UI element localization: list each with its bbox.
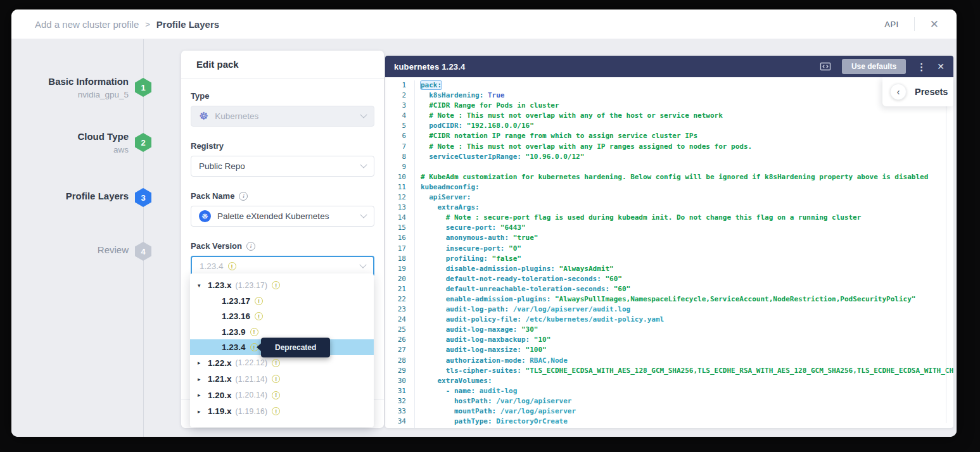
code-line[interactable]: anonymous-auth: "true"	[421, 233, 953, 243]
line-number: 10	[385, 172, 406, 182]
line-number: 25	[385, 325, 406, 335]
warning-icon[interactable]: !	[250, 328, 258, 336]
type-select[interactable]: ☸ Kubernetes	[191, 106, 374, 127]
use-defaults-button[interactable]: Use defaults	[842, 59, 906, 74]
code-line[interactable]: # Note : This must not overlap with any …	[421, 142, 953, 152]
caret-right-icon[interactable]: ▸	[198, 360, 208, 366]
line-number: 6	[385, 131, 406, 141]
warning-icon[interactable]: !	[272, 359, 280, 367]
kebab-menu-icon[interactable]: ⋮	[917, 62, 926, 72]
code-line[interactable]: mountPath: /var/log/apiserver	[421, 406, 953, 417]
version-option-label: 1.23.4	[222, 342, 246, 352]
editor-header: kubernetes 1.23.4 Use defaults ⋮ ✕	[385, 56, 953, 77]
registry-select[interactable]: Public Repo	[191, 156, 374, 177]
registry-value: Public Repo	[199, 161, 245, 171]
caret-right-icon[interactable]: ▸	[198, 408, 208, 415]
code-line[interactable]: # KubeAdm customization for kubernetes h…	[421, 172, 953, 182]
code-line[interactable]: profiling: "false"	[421, 254, 953, 264]
warning-icon[interactable]: !	[272, 375, 280, 383]
caret-right-icon[interactable]: ▸	[198, 392, 208, 398]
version-group-row[interactable]: ▸1.21.x(1.21.14)!	[190, 371, 374, 387]
diff-editor-icon[interactable]	[820, 62, 831, 71]
code-line[interactable]: #CIDR Range for Pods in cluster	[421, 101, 953, 111]
info-icon[interactable]: i	[246, 242, 255, 251]
warning-icon[interactable]: !	[272, 407, 280, 415]
code-line[interactable]: - name: audit-log	[421, 386, 953, 396]
api-link[interactable]: API	[884, 20, 898, 29]
code-line[interactable]: secure-port: "6443"	[421, 223, 953, 233]
step-number-badge[interactable]: 3	[135, 188, 151, 207]
code-line[interactable]: audit-log-maxbackup: "10"	[421, 335, 953, 345]
presets-panel: ‹ Presets	[882, 77, 953, 106]
pack-name-value: Palette eXtended Kubernetes	[217, 211, 329, 221]
line-number: 15	[385, 223, 406, 233]
code-line[interactable]: extraArgs:	[421, 203, 953, 213]
line-number: 18	[385, 254, 406, 264]
line-number: 21	[385, 284, 406, 294]
code-line[interactable]: audit-log-maxage: "30"	[421, 325, 953, 335]
breadcrumb: Add a new cluster profile > Profile Laye…	[35, 19, 219, 30]
info-icon[interactable]: i	[239, 192, 248, 201]
step-number-badge[interactable]: 1	[135, 78, 151, 97]
code-line[interactable]: insecure-port: "0"	[421, 244, 953, 254]
chevron-down-icon	[360, 211, 367, 218]
titlebar-actions: API ✕	[884, 17, 946, 31]
selection-highlight: pack:	[421, 81, 442, 89]
step-number-badge[interactable]: 4	[135, 242, 151, 261]
code-line[interactable]: hostPath: /var/log/apiserver	[421, 396, 953, 406]
code-line[interactable]	[421, 162, 953, 172]
line-number: 14	[385, 213, 406, 223]
chevron-left-icon[interactable]: ‹	[890, 84, 907, 100]
code-line[interactable]: audit-log-path: /var/log/apiserver/audit…	[421, 304, 953, 315]
titlebar: Add a new cluster profile > Profile Laye…	[11, 9, 957, 39]
version-group-row[interactable]: ▸1.19.x(1.19.16)!	[190, 403, 374, 420]
warning-icon[interactable]: !	[255, 297, 263, 305]
titlebar-divider	[914, 17, 915, 31]
close-icon[interactable]: ✕	[930, 19, 939, 30]
version-option-row[interactable]: 1.23.4!Deprecated	[190, 339, 374, 355]
code-line[interactable]: default-unreachable-toleration-seconds: …	[421, 284, 953, 294]
warning-icon[interactable]: !	[255, 312, 263, 320]
code-line[interactable]: serviceClusterIpRange: "10.96.0.0/12"	[421, 152, 953, 162]
version-option-label: 1.23.17	[222, 296, 250, 306]
editor-close-icon[interactable]: ✕	[937, 62, 945, 71]
code-line[interactable]: apiServer:	[421, 192, 953, 203]
code-line[interactable]: tls-cipher-suites: "TLS_ECDHE_ECDSA_WITH…	[421, 366, 953, 376]
code-line[interactable]: kubeadmconfig:	[421, 182, 953, 192]
code-line[interactable]: # Note : secure-port flag is used during…	[421, 213, 953, 223]
code-line[interactable]: extraVolumes:	[421, 376, 953, 386]
code-line[interactable]: k8sHardening: True	[421, 91, 953, 101]
warning-icon[interactable]: !	[272, 281, 280, 289]
code-line[interactable]: enable-admission-plugins: "AlwaysPullIma…	[421, 294, 953, 304]
warning-icon[interactable]: !	[272, 391, 280, 399]
step-label: Profile Layers	[11, 189, 129, 203]
code-editor[interactable]: 1234567891011121314151617181920212223242…	[385, 77, 953, 428]
line-number: 20	[385, 274, 406, 284]
line-number: 13	[385, 203, 406, 213]
code-line[interactable]: pathType: DirectoryOrCreate	[421, 417, 953, 427]
code-content[interactable]: pack: k8sHardening: True #CIDR Range for…	[415, 80, 953, 428]
line-number: 24	[385, 315, 406, 325]
code-line[interactable]: default-not-ready-toleration-seconds: "6…	[421, 274, 953, 284]
code-line[interactable]: pack:	[421, 80, 953, 91]
version-option-row[interactable]: 1.23.16!	[190, 309, 374, 324]
caret-right-icon[interactable]: ▸	[198, 376, 208, 382]
version-group-row[interactable]: ▸1.20.x(1.20.14)!	[190, 387, 374, 404]
pack-name-select[interactable]: ☸ Palette eXtended Kubernetes	[191, 206, 374, 227]
code-line[interactable]: # Note : This must not overlap with any …	[421, 111, 953, 121]
step-number-badge[interactable]: 2	[135, 133, 151, 152]
warning-icon[interactable]: !	[228, 262, 236, 270]
editor-scrollbar-track[interactable]	[946, 103, 946, 423]
code-line[interactable]: audit-log-maxsize: "100"	[421, 345, 953, 355]
code-line[interactable]: disable-admission-plugins: "AlwaysAdmit"	[421, 264, 953, 274]
version-group-row[interactable]: ▸1.22.x(1.22.12)!	[190, 355, 374, 372]
code-line[interactable]: podCIDR: "192.168.0.0/16"	[421, 121, 953, 131]
code-line[interactable]: audit-policy-file: /etc/kubernetes/audit…	[421, 315, 953, 325]
line-number: 1	[385, 80, 406, 91]
version-group-row[interactable]: ▾1.23.x(1.23.17)!	[190, 277, 374, 294]
version-option-row[interactable]: 1.23.17!	[190, 294, 374, 309]
code-line[interactable]: #CIDR notation IP range from which to as…	[421, 131, 953, 141]
breadcrumb-parent[interactable]: Add a new cluster profile	[35, 19, 139, 30]
code-line[interactable]: authorization-mode: RBAC,Node	[421, 356, 953, 366]
caret-down-icon[interactable]: ▾	[198, 282, 208, 289]
